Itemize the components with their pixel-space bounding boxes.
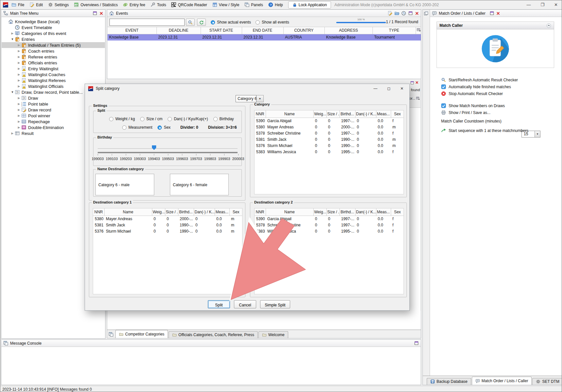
- column-header[interactable]: Size / ...: [326, 208, 339, 216]
- console-maximize-icon[interactable]: [414, 341, 419, 346]
- column-header[interactable]: NNR: [255, 208, 266, 216]
- tree-item-referee-entries[interactable]: ▶Referee entries: [2, 54, 105, 60]
- events-search-input[interactable]: [109, 19, 185, 26]
- column-header[interactable]: Name: [266, 208, 313, 216]
- tree-item-knowledge-base-local[interactable]: Knowledge Base (local): [2, 19, 105, 24]
- table-row[interactable]: 5390Garcia Abigail001997-...00.0f: [255, 216, 404, 222]
- column-header[interactable]: Dan(-) / K...: [355, 208, 376, 216]
- menu-item-edit[interactable]: Edit: [29, 2, 43, 7]
- expander-icon[interactable]: ▶: [17, 96, 21, 100]
- tree-item-categories-of-this-event[interactable]: ▶Categories of this event: [2, 30, 105, 36]
- cancel-button[interactable]: Cancel: [234, 300, 256, 308]
- column-header[interactable]: Size / ...: [326, 110, 339, 118]
- column-header[interactable]: START DATE: [201, 27, 242, 34]
- menu-item-view-style[interactable]: View / Style: [212, 2, 239, 7]
- expander-icon[interactable]: ▶: [17, 126, 21, 129]
- column-header[interactable]: Sex: [229, 208, 242, 216]
- expander-icon[interactable]: ▶: [17, 114, 21, 117]
- search-button[interactable]: [186, 19, 195, 26]
- column-header[interactable]: Weig...: [152, 208, 165, 216]
- dialog-title-bar[interactable]: Split category — ◻ ✕: [85, 84, 409, 93]
- menu-item-tools[interactable]: Tools: [150, 2, 166, 7]
- tree-item-officials-entries[interactable]: ▶Officials entries: [2, 60, 105, 66]
- expander-icon[interactable]: ▶: [10, 132, 15, 135]
- table-options-icon[interactable]: [416, 96, 420, 100]
- table-row[interactable]: Knowledge Base2023.12.312023.12.312023.1…: [107, 34, 421, 41]
- column-header[interactable]: END DATE: [242, 27, 283, 34]
- column-header[interactable]: Meas...: [376, 208, 391, 216]
- tab-officials-categories[interactable]: Officials Categories, Coach, Referee, Pr…: [169, 331, 258, 338]
- tree-close-icon[interactable]: ✕: [99, 11, 103, 16]
- column-header[interactable]: Meas...: [376, 110, 391, 118]
- column-header[interactable]: Dan(-) / K...: [194, 208, 215, 216]
- column-header[interactable]: ADDRESS: [324, 27, 372, 34]
- expander-icon[interactable]: ▶: [17, 67, 21, 70]
- expander-icon[interactable]: ▶: [17, 79, 21, 82]
- events-close-icon[interactable]: ✕: [415, 11, 419, 16]
- radio-birthday[interactable]: Birthday: [213, 117, 234, 121]
- table-row[interactable]: 5390Garcia Abigail001997-...00.0f: [255, 118, 404, 124]
- expander-icon[interactable]: ▶: [17, 102, 21, 106]
- expander-icon[interactable]: ▶: [17, 55, 21, 58]
- show-print-save-action[interactable]: Show / Print / Save as...: [441, 110, 490, 115]
- slider-track[interactable]: [98, 152, 238, 153]
- tree-item-entry-waitinglist[interactable]: ▶Entry Waitinglist: [2, 66, 105, 72]
- collapse-section-icon[interactable]: [546, 23, 551, 28]
- start-sequence-action[interactable]: Start sequence with 1 at these matchnumb…: [441, 128, 528, 133]
- destination-name-female-input[interactable]: Category 6 - female: [170, 174, 229, 195]
- tree-item-individual-team-entries-5[interactable]: ▶Individual / Team Entries (5): [2, 42, 105, 48]
- tree-item-event-timetable[interactable]: Event Timetable: [2, 24, 105, 30]
- column-header[interactable]: Meas...: [215, 208, 229, 216]
- column-header[interactable]: Weig...: [313, 208, 326, 216]
- column-header[interactable]: Name: [266, 110, 313, 118]
- expander-icon[interactable]: ▶: [17, 73, 21, 76]
- menu-item-file[interactable]: File: [11, 2, 24, 7]
- edit-event-icon[interactable]: [388, 11, 392, 16]
- expander-icon[interactable]: ▼: [10, 90, 15, 94]
- column-header[interactable]: Weig...: [313, 110, 326, 118]
- tab-welcome[interactable]: Welcome: [258, 331, 288, 338]
- tab-set-dtm[interactable]: SET DTM: [532, 378, 562, 385]
- dialog-minimize-icon[interactable]: —: [373, 86, 377, 91]
- lock-application-button[interactable]: Lock Application: [288, 1, 331, 8]
- tree-item-waitinglist-referees[interactable]: ▶Waitinglist Referees: [2, 77, 105, 83]
- column-header[interactable]: Sex: [391, 110, 404, 118]
- category-select[interactable]: Category 6 ▼: [236, 95, 264, 102]
- radio-size-cm[interactable]: Size / cm: [140, 117, 162, 121]
- menu-item-qrcode-reader[interactable]: QRCode Reader: [171, 2, 207, 7]
- hidden-panel-close-icon[interactable]: ✕: [415, 81, 419, 85]
- menu-item-panels[interactable]: Panels: [244, 2, 263, 7]
- column-header[interactable]: Birthd...: [339, 110, 355, 118]
- split-button[interactable]: Split: [208, 300, 230, 308]
- tree-item-coach-entries[interactable]: ▶Coach entries: [2, 48, 105, 54]
- window-close-icon[interactable]: ✕: [554, 2, 558, 7]
- tab-competitor-categories[interactable]: Competitor Categories: [115, 330, 168, 338]
- slider-handle[interactable]: [152, 145, 156, 150]
- expander-icon[interactable]: ▶: [17, 108, 21, 111]
- refresh-button[interactable]: [197, 19, 206, 26]
- show-match-numbers-checkbox[interactable]: Show Match Numbers on Draws: [441, 103, 505, 108]
- radio-dan-kyu-kup[interactable]: Dan(-) / Kyu/Kup(+): [168, 117, 208, 121]
- tab-match-order[interactable]: Match Order / Lists / Caller: [472, 377, 532, 385]
- radio-weight-kg[interactable]: Weight / kg: [109, 117, 135, 121]
- table-row[interactable]: 5380Mayer Andreas002000-...00.0m: [255, 124, 404, 130]
- expander-icon[interactable]: ▶: [17, 49, 21, 53]
- menu-item-help[interactable]: ?Help: [268, 2, 283, 7]
- table-row[interactable]: 5381Smith Jack001990-...00.0m: [93, 222, 242, 228]
- menu-item-overviews-statistics[interactable]: Overviews / Statistics: [74, 2, 118, 7]
- start-refresh-checker-action[interactable]: Start/Refresh Automatic Result Checker: [441, 77, 518, 82]
- column-header[interactable]: Dan(-) / K...: [355, 110, 376, 118]
- expander-icon[interactable]: ▶: [17, 61, 21, 64]
- table-row[interactable]: 5383Williams Jessica001995-...00.0f: [255, 228, 404, 234]
- dialog-close-icon[interactable]: ✕: [400, 86, 404, 91]
- column-header[interactable]: NNR: [255, 110, 266, 118]
- event-history-icon[interactable]: [401, 11, 406, 16]
- expander-icon[interactable]: ▶: [17, 43, 21, 47]
- column-header[interactable]: Sex: [391, 208, 404, 216]
- stop-checker-action[interactable]: Stop Automatic Result Checker: [441, 91, 503, 96]
- dialog-maximize-icon[interactable]: ◻: [387, 86, 390, 91]
- expander-icon[interactable]: ▶: [17, 120, 21, 123]
- expander-icon[interactable]: ▶: [10, 32, 15, 35]
- column-header[interactable]: TYPE: [372, 27, 416, 34]
- radio-measurement[interactable]: Measurement: [122, 125, 152, 130]
